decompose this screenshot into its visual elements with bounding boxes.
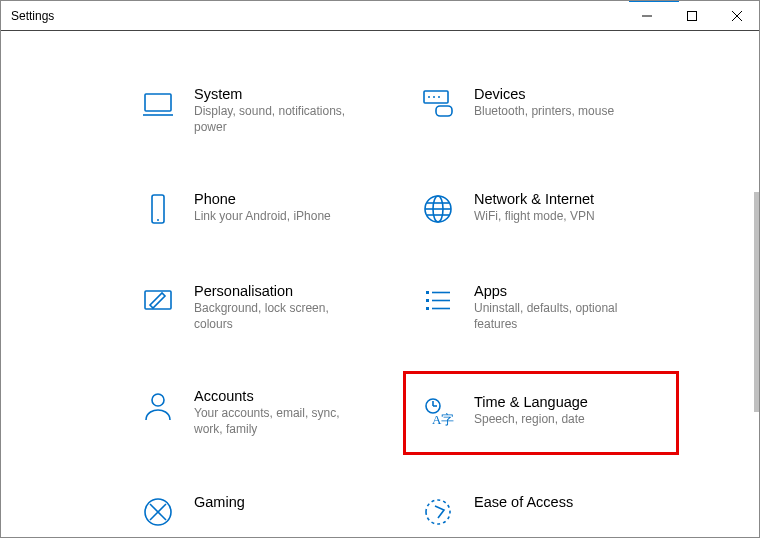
tile-title: Phone: [194, 191, 331, 207]
tile-title: Accounts: [194, 388, 364, 404]
tile-title: Devices: [474, 86, 614, 102]
tile-personalisation[interactable]: Personalisation Background, lock screen,…: [136, 279, 386, 336]
tile-ease-of-access[interactable]: Ease of Access: [416, 490, 666, 534]
devices-icon: [420, 86, 456, 122]
svg-rect-1: [687, 11, 696, 20]
tile-system[interactable]: System Display, sound, notifications, po…: [136, 82, 386, 139]
globe-icon: [420, 191, 456, 227]
svg-rect-21: [426, 299, 429, 302]
tile-subtitle: Background, lock screen, colours: [194, 301, 364, 332]
scrollbar-thumb[interactable]: [754, 192, 759, 412]
system-icon: [140, 86, 176, 122]
window-controls: [624, 1, 759, 30]
tile-subtitle: Display, sound, notifications, power: [194, 104, 364, 135]
svg-rect-23: [426, 307, 429, 310]
svg-rect-18: [145, 291, 171, 309]
settings-grid: System Display, sound, notifications, po…: [1, 82, 751, 534]
svg-point-12: [157, 219, 159, 221]
svg-rect-4: [145, 94, 171, 111]
ease-of-access-icon: [420, 494, 456, 530]
svg-rect-6: [424, 91, 448, 103]
minimize-button[interactable]: [624, 1, 669, 30]
maximize-button[interactable]: [669, 1, 714, 30]
tile-subtitle: Your accounts, email, sync, work, family: [194, 406, 364, 437]
svg-rect-11: [152, 195, 164, 223]
svg-point-10: [438, 96, 440, 98]
svg-point-25: [152, 394, 164, 406]
tile-title: Ease of Access: [474, 494, 573, 510]
tile-title: System: [194, 86, 364, 102]
tile-title: Time & Language: [474, 394, 588, 410]
time-language-icon: A字: [420, 394, 456, 430]
tile-subtitle: Speech, region, date: [474, 412, 588, 428]
window-title: Settings: [11, 9, 54, 23]
svg-point-8: [428, 96, 430, 98]
svg-text:A字: A字: [432, 412, 454, 427]
settings-content: System Display, sound, notifications, po…: [1, 32, 751, 537]
tile-title: Network & Internet: [474, 191, 595, 207]
tile-title: Gaming: [194, 494, 245, 510]
tile-subtitle: WiFi, flight mode, VPN: [474, 209, 595, 225]
close-button[interactable]: [714, 1, 759, 30]
tile-apps[interactable]: Apps Uninstall, defaults, optional featu…: [416, 279, 666, 336]
tile-time-language[interactable]: A字 Time & Language Speech, region, date: [416, 384, 666, 441]
scrollbar-track[interactable]: [751, 32, 759, 537]
person-icon: [140, 388, 176, 424]
tile-accounts[interactable]: Accounts Your accounts, email, sync, wor…: [136, 384, 386, 441]
tile-devices[interactable]: Devices Bluetooth, printers, mouse: [416, 82, 666, 139]
tile-subtitle: Link your Android, iPhone: [194, 209, 331, 225]
tile-phone[interactable]: Phone Link your Android, iPhone: [136, 187, 386, 231]
phone-icon: [140, 191, 176, 227]
svg-point-9: [433, 96, 435, 98]
titlebar: Settings: [1, 1, 759, 31]
top-accent: [629, 0, 679, 2]
svg-rect-19: [426, 291, 429, 294]
tile-title: Personalisation: [194, 283, 364, 299]
apps-list-icon: [420, 283, 456, 319]
tile-network[interactable]: Network & Internet WiFi, flight mode, VP…: [416, 187, 666, 231]
tile-subtitle: Bluetooth, printers, mouse: [474, 104, 614, 120]
tile-title: Apps: [474, 283, 644, 299]
tile-subtitle: Uninstall, defaults, optional features: [474, 301, 644, 332]
svg-rect-7: [436, 106, 452, 116]
paintbrush-icon: [140, 283, 176, 319]
tile-gaming[interactable]: Gaming: [136, 490, 386, 534]
gaming-icon: [140, 494, 176, 530]
